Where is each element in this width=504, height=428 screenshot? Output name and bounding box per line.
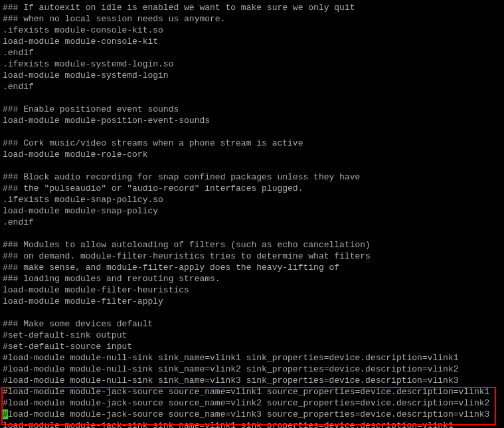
terminal-line-1: ### when no local session needs us anymo… xyxy=(3,13,501,25)
terminal-line-34: #load-module module-jack-source source_n… xyxy=(3,386,501,397)
terminal-cursor-rest: load-module module-jack-source source_na… xyxy=(8,409,490,419)
terminal-line-4: .endif xyxy=(3,47,501,58)
terminal-line-10: load-module module-position-event-sounds xyxy=(3,115,501,126)
terminal-line-29: #set-default-sink output xyxy=(3,330,501,341)
terminal-line-22: ### on demand. module-filter-heuristics … xyxy=(3,251,501,262)
terminal-line-9: ### Enable positioned event sounds xyxy=(3,104,501,115)
terminal-line-12: ### Cork music/video streams when a phon… xyxy=(3,138,501,149)
terminal-line-18: load-module module-snap-policy xyxy=(3,205,501,217)
terminal-line-20 xyxy=(3,228,501,239)
terminal-highlighted-line-0: load-module module-jack-sink sink_name=v… xyxy=(3,420,501,428)
terminal-line-30: #set-default-source input xyxy=(3,341,501,352)
terminal-line-28: ### Make some devices default xyxy=(3,318,501,330)
terminal-line-35: #load-module module-jack-source source_n… xyxy=(3,397,501,409)
terminal-line-14 xyxy=(3,160,501,171)
terminal-line-24: ### loading modules and rerouting stream… xyxy=(3,273,501,284)
terminal-line-7: .endif xyxy=(3,81,501,92)
terminal-view[interactable]: ### If autoexit on idle is enabled we wa… xyxy=(0,0,504,428)
terminal-line-31: #load-module module-null-sink sink_name=… xyxy=(3,352,501,364)
terminal-cursor: # xyxy=(3,409,8,419)
terminal-line-21: ### Modules to allow autoloading of filt… xyxy=(3,239,501,251)
terminal-line-16: ### the "pulseaudio" or "audio-record" i… xyxy=(3,183,501,194)
terminal-cursor-line: #load-module module-jack-source source_n… xyxy=(3,409,501,420)
terminal-line-15: ### Block audio recording for snap confi… xyxy=(3,171,501,183)
terminal-line-11 xyxy=(3,126,501,138)
terminal-line-23: ### make sense, and module-filter-apply … xyxy=(3,262,501,273)
terminal-line-6: load-module module-systemd-login xyxy=(3,70,501,81)
terminal-line-5: .ifexists module-systemd-login.so xyxy=(3,58,501,70)
terminal-line-25: load-module module-filter-heuristics xyxy=(3,284,501,296)
terminal-line-33: #load-module module-null-sink sink_name=… xyxy=(3,375,501,386)
terminal-line-3: load-module module-console-kit xyxy=(3,36,501,47)
terminal-line-32: #load-module module-null-sink sink_name=… xyxy=(3,364,501,375)
terminal-line-19: .endif xyxy=(3,217,501,228)
terminal-line-26: load-module module-filter-apply xyxy=(3,296,501,307)
terminal-line-13: load-module module-role-cork xyxy=(3,149,501,160)
terminal-line-27 xyxy=(3,307,501,318)
terminal-line-2: .ifexists module-console-kit.so xyxy=(3,25,501,36)
terminal-line-8 xyxy=(3,92,501,104)
terminal-line-17: .ifexists module-snap-policy.so xyxy=(3,194,501,205)
terminal-line-0: ### If autoexit on idle is enabled we wa… xyxy=(3,2,501,13)
